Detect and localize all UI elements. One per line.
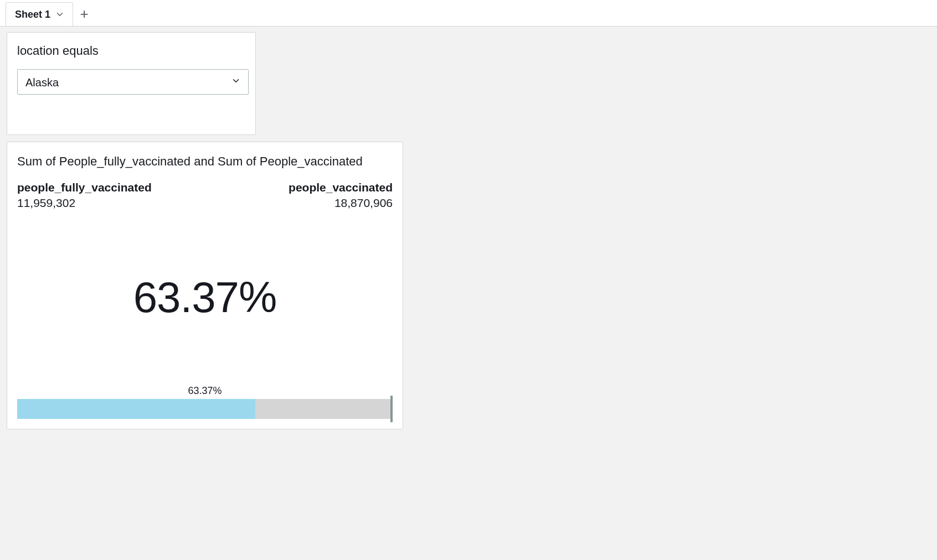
chevron-down-icon [55, 9, 65, 19]
kpi-comparison-label: people_vaccinated [289, 181, 393, 194]
add-sheet-button[interactable]: + [73, 2, 95, 26]
kpi-progress-tick [390, 396, 393, 422]
plus-icon: + [80, 6, 88, 23]
kpi-stats-row: people_fully_vaccinated 11,959,302 peopl… [17, 181, 393, 210]
kpi-primary-value: 11,959,302 [17, 196, 152, 210]
kpi-big-value: 63.37% [133, 272, 277, 323]
kpi-comparison-value: 18,870,906 [289, 196, 393, 210]
kpi-progress-fill [17, 399, 255, 419]
kpi-progress-label: 63.37% [17, 385, 393, 397]
filter-label: location equals [17, 44, 245, 58]
tab-sheet-1[interactable]: Sheet 1 [6, 2, 73, 26]
tab-bar: Sheet 1 + [0, 0, 937, 27]
kpi-center: 63.37% [17, 210, 393, 385]
kpi-title: Sum of People_fully_vaccinated and Sum o… [17, 154, 393, 169]
dashboard-canvas: location equals Alaska Sum of People_ful… [0, 27, 937, 38]
filter-location-select[interactable]: Alaska [17, 69, 249, 95]
kpi-primary-label: people_fully_vaccinated [17, 181, 152, 194]
tab-label: Sheet 1 [15, 9, 50, 20]
kpi-progress-wrap: 63.37% [17, 385, 393, 419]
kpi-stat-comparison: people_vaccinated 18,870,906 [289, 181, 393, 210]
filter-select-wrap: Alaska [17, 69, 249, 95]
filter-panel: location equals Alaska [7, 32, 256, 135]
kpi-progress-bar [17, 399, 393, 419]
kpi-stat-primary: people_fully_vaccinated 11,959,302 [17, 181, 152, 210]
kpi-visual[interactable]: Sum of People_fully_vaccinated and Sum o… [7, 142, 403, 429]
